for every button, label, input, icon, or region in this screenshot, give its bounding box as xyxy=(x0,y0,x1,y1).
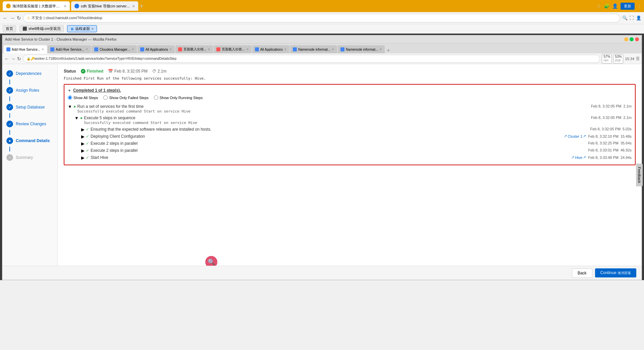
step-expand-6[interactable]: ▶ xyxy=(81,155,85,160)
outer-tab-close-1[interactable]: ✕ xyxy=(64,4,66,8)
outer-tab-2[interactable]: cdh 安装hive 导致cm server宝... ✕ xyxy=(71,1,138,11)
inner-window-controls xyxy=(624,37,639,41)
inner-tab-close-8[interactable]: ✕ xyxy=(379,48,382,51)
inner-tab-close-2[interactable]: ✕ xyxy=(131,48,134,51)
hive-link[interactable]: ↗ Hive ↗ xyxy=(571,155,586,160)
sidebar-step-command-details[interactable]: ● Command Details xyxy=(2,135,57,147)
step-row-5: ▶ ✓ Execute 2 steps in parallel Feb 8, 3… xyxy=(68,147,632,154)
sidebar-step-review-changes[interactable]: ✓ Review Changes xyxy=(2,118,57,130)
inner-tab-5[interactable]: 页面载入出错... ✕ xyxy=(214,45,251,53)
inner-tab-close-6[interactable]: ✕ xyxy=(284,48,287,51)
menu-icon[interactable]: ⋮ xyxy=(637,4,641,8)
inner-tab-icon-0 xyxy=(6,47,10,51)
radio-all-input[interactable] xyxy=(68,95,72,100)
continue-button[interactable]: Continue 海沛部落 xyxy=(595,268,636,277)
inner-refresh-button[interactable]: ↻ xyxy=(17,56,21,61)
inner-tab-0[interactable]: Add Hive Service... ✕ xyxy=(4,45,47,53)
outer-tab-1[interactable]: 海沛部落实验室 | 大数据学习云... ✕ xyxy=(3,1,70,11)
user-profile-icon[interactable]: 👤 xyxy=(636,15,641,20)
inner-forward-button[interactable]: → xyxy=(11,56,15,61)
bookmark-close[interactable]: ✕ xyxy=(91,27,94,31)
inner-minimize-button[interactable] xyxy=(624,37,628,41)
radio-show-running[interactable]: Show Only Running Steps xyxy=(154,95,203,100)
inner-tab-2[interactable]: Cloudera Manager... ✕ xyxy=(92,45,137,53)
update-button[interactable]: 更新 xyxy=(621,3,635,10)
inner-tab-1[interactable]: Add Hive Service... ✕ xyxy=(48,45,91,53)
summary-label: Summary xyxy=(16,155,33,160)
step-dur-4: 35.64s xyxy=(621,141,632,145)
step-expand-5[interactable]: ▶ xyxy=(81,148,85,153)
inner-close-button[interactable] xyxy=(635,37,639,41)
inner-tab-8[interactable]: Namenode informat... ✕ xyxy=(338,45,385,53)
inner-tab-close-1[interactable]: ✕ xyxy=(86,48,88,51)
lock-icon: ⚠ xyxy=(27,16,30,20)
inner-tab-icon-6 xyxy=(255,47,259,51)
step-ts-2: Feb 8, 3:32:05 PM xyxy=(590,127,621,131)
step-content-6: Start Hive xyxy=(91,155,570,160)
radio-show-all[interactable]: Show All Steps xyxy=(68,95,98,100)
inner-tab-4[interactable]: 页面载入出错... ✕ xyxy=(175,45,213,53)
search-icon[interactable]: 🔍 xyxy=(622,15,628,20)
back-button[interactable]: Back xyxy=(572,268,592,278)
inner-tab-3[interactable]: All Applications ✕ xyxy=(138,45,175,53)
bookmark-desktop[interactable]: 🖥 远程桌面 ✕ xyxy=(67,25,97,32)
outer-tab-close-2[interactable]: ✕ xyxy=(132,4,135,8)
inner-tab-label-4: 页面载入出错... xyxy=(183,47,206,52)
inner-maximize-button[interactable] xyxy=(630,37,634,41)
inner-tab-6[interactable]: All Applications ✕ xyxy=(252,45,289,53)
collapse-icon[interactable]: ▼ xyxy=(68,89,71,92)
sidebar-toggle-icon[interactable]: ☰ xyxy=(636,56,640,61)
desktop-label: 远程桌面 xyxy=(75,26,90,31)
back-button[interactable]: ← xyxy=(3,15,8,21)
step-expand-2[interactable]: ▶ xyxy=(81,127,85,132)
sidebar-step-dependencies[interactable]: ✓ Dependencies xyxy=(2,68,57,80)
step-expand-0[interactable]: ▼ xyxy=(68,104,72,109)
feedback-tab[interactable]: Feedback xyxy=(636,164,643,186)
sidebar-step-assign-roles[interactable]: ✓ Assign Roles xyxy=(2,84,57,96)
inner-tab-close-5[interactable]: ✕ xyxy=(246,48,249,51)
avatar-icon[interactable]: 👤 xyxy=(612,3,618,9)
step-ts-5: Feb 8, 3:33:01 PM xyxy=(588,148,619,152)
bookmark-home[interactable]: 首页 xyxy=(3,25,16,32)
steps-container: ▼ Completed 1 of 1 step(s). Show All Ste… xyxy=(64,84,636,165)
step-expand-1[interactable]: ▼ xyxy=(74,116,79,121)
mem-percent: 53% xyxy=(615,55,622,58)
step-expand-3[interactable]: ▶ xyxy=(81,134,85,139)
inner-tab-close-4[interactable]: ✕ xyxy=(208,48,210,51)
date-info: 📅 Feb 8, 3:32:05 PM xyxy=(108,69,148,74)
step-main-4: Execute 2 steps in parallel xyxy=(91,141,587,146)
inner-back-button[interactable]: ← xyxy=(4,56,9,61)
new-tab-button[interactable]: + xyxy=(140,2,144,10)
sidebar-step-setup-database[interactable]: ✓ Setup Database xyxy=(2,101,57,113)
inner-tab-icon-8 xyxy=(340,47,344,51)
status-duration: 2.1m xyxy=(158,69,167,74)
radio-running-input[interactable] xyxy=(154,95,158,100)
inner-tab-icon-4 xyxy=(178,47,182,51)
step-right-2: Feb 8, 3:32:05 PM 5.03s xyxy=(590,127,632,131)
bookmark-shell[interactable]: ⬛ shell终端-cm安装完 xyxy=(19,25,64,32)
forward-button[interactable]: → xyxy=(10,15,15,21)
extensions-icon[interactable]: 🧩 xyxy=(604,3,609,9)
add-tab-button[interactable]: + xyxy=(385,47,391,53)
step-dur-0: 2.1m xyxy=(624,104,632,108)
step-dur-2: 5.03s xyxy=(623,127,632,131)
inner-tab-close-7[interactable]: ✕ xyxy=(332,48,334,51)
radio-group: Show All Steps Show Only Failed Steps Sh… xyxy=(68,95,632,100)
status-label: Status xyxy=(64,69,76,74)
inner-tab-7[interactable]: Namenode informat... ✕ xyxy=(290,45,337,53)
inner-tab-close-0[interactable]: ✕ xyxy=(42,48,44,51)
mem-text: 内存 xyxy=(615,58,622,63)
radio-show-failed[interactable]: Show Only Failed Steps xyxy=(103,95,148,100)
radio-failed-input[interactable] xyxy=(103,95,108,100)
address-bar[interactable]: ⚠ 不安全 | cloud.hainiubl.com/?#/tool/deskt… xyxy=(23,14,620,23)
cluster1-link[interactable]: ↗ Cluster 1 ↗ xyxy=(564,134,586,138)
inner-tab-label-6: All Applications xyxy=(260,48,283,51)
inner-address-bar[interactable]: 🔒 🔑 worker-1:7180/cmf/clusters/1/add-ser… xyxy=(23,55,600,63)
page-content: ✓ Dependencies ✓ Assign Roles ✓ Setup Da… xyxy=(2,64,642,266)
refresh-button[interactable]: ↻ xyxy=(17,15,21,21)
step-expand-4[interactable]: ▶ xyxy=(81,141,85,146)
inner-tab-close-3[interactable]: ✕ xyxy=(169,48,172,51)
bookmark-icon[interactable]: ☆ xyxy=(597,3,601,9)
sidebar-step-summary[interactable]: ○ Summary xyxy=(2,151,57,164)
fullscreen-icon[interactable]: ⛶ xyxy=(630,15,634,20)
